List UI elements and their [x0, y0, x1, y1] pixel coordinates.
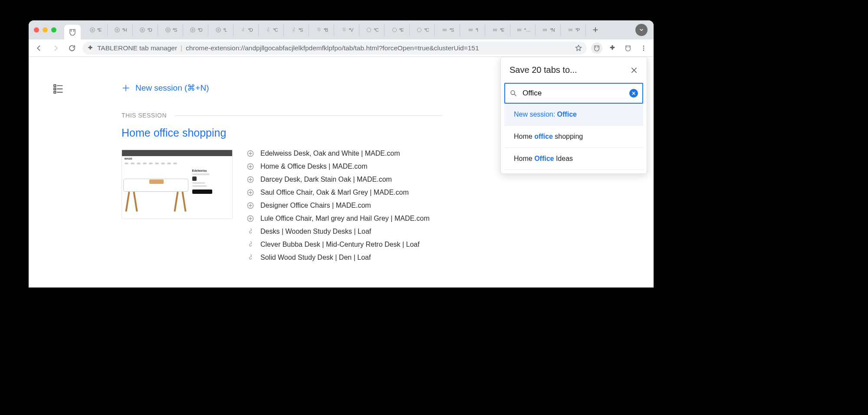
- background-tab[interactable]: *D: [134, 24, 158, 36]
- svg-point-33: [643, 46, 644, 47]
- saved-tab-title: Solid Wood Study Desk | Den | Loaf: [260, 254, 371, 261]
- new-session-button[interactable]: New session (⌘+N): [122, 83, 443, 93]
- main-content: New session (⌘+N) THIS SESSION Home offi…: [122, 57, 443, 261]
- svg-rect-23: [519, 29, 520, 31]
- minimize-window-button[interactable]: [43, 27, 48, 33]
- favicon-icon: [247, 202, 254, 209]
- background-tab[interactable]: *S: [436, 24, 460, 36]
- background-tab[interactable]: *L: [209, 24, 233, 36]
- toggle-sidebar-button[interactable]: [53, 83, 64, 94]
- background-tab[interactable]: *E: [385, 24, 410, 36]
- active-browser-tab[interactable]: [64, 25, 81, 39]
- background-tab[interactable]: *V: [335, 24, 359, 36]
- saved-tab-row[interactable]: Desks | Wooden Study Desks | Loaf: [247, 228, 430, 235]
- svg-rect-36: [54, 85, 56, 86]
- background-tab[interactable]: *S: [285, 24, 309, 36]
- session-suggestions: New session: Office Home office shopping…: [504, 104, 643, 170]
- address-bar: TABLERONE tab manager | chrome-extension…: [29, 39, 654, 57]
- svg-rect-30: [569, 29, 570, 31]
- svg-rect-25: [543, 29, 544, 31]
- svg-point-8: [418, 28, 421, 32]
- svg-rect-13: [469, 29, 469, 31]
- svg-rect-29: [569, 29, 569, 31]
- background-tab[interactable]: *N: [536, 24, 561, 36]
- extensions-button[interactable]: [607, 42, 618, 54]
- svg-rect-27: [545, 29, 546, 31]
- reload-button[interactable]: [66, 42, 78, 54]
- suggestion-item[interactable]: Home Office Ideas: [504, 148, 643, 170]
- window-controls: [34, 27, 56, 33]
- svg-point-35: [643, 49, 644, 51]
- new-tab-button[interactable]: +: [589, 24, 602, 36]
- saved-tab-list: Edelweiss Desk, Oak and White | MADE.com…: [247, 150, 430, 261]
- svg-rect-24: [520, 29, 521, 31]
- background-tab[interactable]: *H: [108, 24, 133, 36]
- session-search-box[interactable]: [504, 83, 643, 104]
- maximize-window-button[interactable]: [51, 27, 56, 33]
- svg-rect-38: [54, 88, 56, 90]
- svg-rect-14: [470, 29, 470, 31]
- svg-rect-18: [494, 29, 494, 31]
- favicon-icon: [247, 176, 254, 183]
- svg-rect-16: [472, 29, 472, 31]
- svg-point-7: [392, 28, 396, 32]
- svg-rect-22: [519, 29, 519, 31]
- clear-search-button[interactable]: [629, 89, 638, 98]
- background-tab[interactable]: *I: [461, 24, 485, 36]
- background-tab[interactable]: *C: [360, 24, 385, 36]
- background-tab[interactable]: *D: [184, 24, 208, 36]
- pinned-extension-button[interactable]: [622, 42, 634, 54]
- chrome-menu-button[interactable]: [638, 42, 649, 54]
- page-content: New session (⌘+N) THIS SESSION Home offi…: [29, 57, 654, 288]
- forward-button[interactable]: [49, 42, 62, 54]
- saved-tab-row[interactable]: Saul Office Chair, Oak & Marl Grey | MAD…: [247, 189, 430, 196]
- browser-window: *E *H *D *S *D *L *D *C *S *B *V *C *E *…: [29, 20, 654, 288]
- session-search-input[interactable]: [522, 88, 625, 98]
- saved-tab-row[interactable]: Home & Office Desks | MADE.com: [247, 163, 430, 170]
- background-tab[interactable]: *B: [310, 24, 334, 36]
- suggestion-new-session[interactable]: New session: Office: [504, 104, 643, 126]
- saved-tab-title: Saul Office Chair, Oak & Marl Grey | MAD…: [260, 189, 409, 196]
- tab-overflow-button[interactable]: [635, 24, 648, 36]
- session-body: MADE Edelw: [122, 150, 443, 261]
- saved-tab-row[interactable]: Clever Bubba Desk | Mid-Century Retro De…: [247, 241, 430, 248]
- svg-rect-19: [495, 29, 496, 31]
- background-tab[interactable]: *C: [411, 24, 435, 36]
- background-tab[interactable]: *P: [562, 24, 586, 36]
- svg-rect-10: [444, 29, 444, 31]
- session-thumbnail[interactable]: MADE Edelw: [122, 150, 233, 219]
- suggestion-item[interactable]: Home office shopping: [504, 126, 643, 148]
- background-tab[interactable]: *D: [234, 24, 259, 36]
- tablerone-icon: [69, 28, 76, 36]
- back-button[interactable]: [33, 42, 45, 54]
- save-tabs-popup: Save 20 tabs to... New session: Office H…: [500, 57, 647, 174]
- close-popup-button[interactable]: [630, 66, 638, 74]
- background-tab[interactable]: *S: [159, 24, 183, 36]
- background-tab[interactable]: *C: [260, 24, 284, 36]
- background-tab[interactable]: *E: [486, 24, 510, 36]
- omnibox[interactable]: TABLERONE tab manager | chrome-extension…: [82, 42, 587, 55]
- background-tab[interactable]: *…: [511, 24, 536, 36]
- svg-rect-11: [445, 29, 445, 31]
- svg-rect-28: [546, 29, 547, 31]
- popup-header: Save 20 tabs to...: [501, 57, 647, 83]
- saved-tab-row[interactable]: Designer Office Chairs | MADE.com: [247, 202, 430, 209]
- background-tab[interactable]: *E: [83, 24, 108, 36]
- saved-tab-title: Designer Office Chairs | MADE.com: [260, 202, 371, 209]
- session-title[interactable]: Home office shopping: [122, 127, 443, 139]
- saved-tab-title: Edelweiss Desk, Oak and White | MADE.com: [260, 150, 400, 157]
- saved-tab-title: Darcey Desk, Dark Stain Oak | MADE.com: [260, 176, 392, 183]
- search-icon: [510, 89, 517, 97]
- tablerone-extension-button[interactable]: [591, 42, 602, 54]
- saved-tab-row[interactable]: Lule Office Chair, Marl grey and Hail Gr…: [247, 215, 430, 222]
- saved-tab-row[interactable]: Edelweiss Desk, Oak and White | MADE.com: [247, 150, 430, 157]
- section-header: THIS SESSION: [122, 112, 443, 119]
- saved-tab-row[interactable]: Darcey Desk, Dark Stain Oak | MADE.com: [247, 176, 430, 183]
- svg-point-34: [643, 47, 644, 49]
- close-window-button[interactable]: [34, 27, 39, 33]
- saved-tab-row[interactable]: Solid Wood Study Desk | Den | Loaf: [247, 254, 430, 261]
- favicon-icon: [247, 163, 254, 170]
- star-icon[interactable]: [575, 44, 582, 52]
- svg-rect-21: [517, 29, 518, 31]
- saved-tab-title: Lule Office Chair, Marl grey and Hail Gr…: [260, 215, 430, 222]
